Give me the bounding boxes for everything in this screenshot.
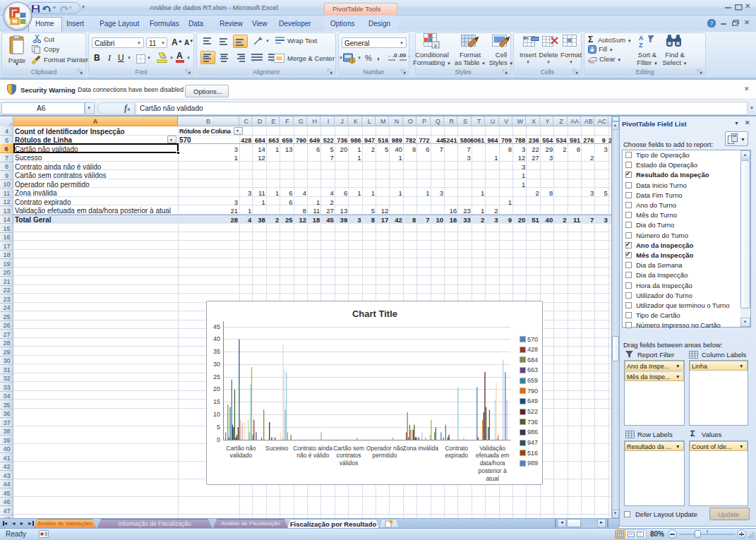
svg-text:?: ? xyxy=(710,20,713,27)
svg-text:A: A xyxy=(639,35,644,42)
svg-text:s: s xyxy=(434,43,437,48)
svg-text:Z: Z xyxy=(639,42,643,48)
svg-text:$: $ xyxy=(351,58,354,63)
